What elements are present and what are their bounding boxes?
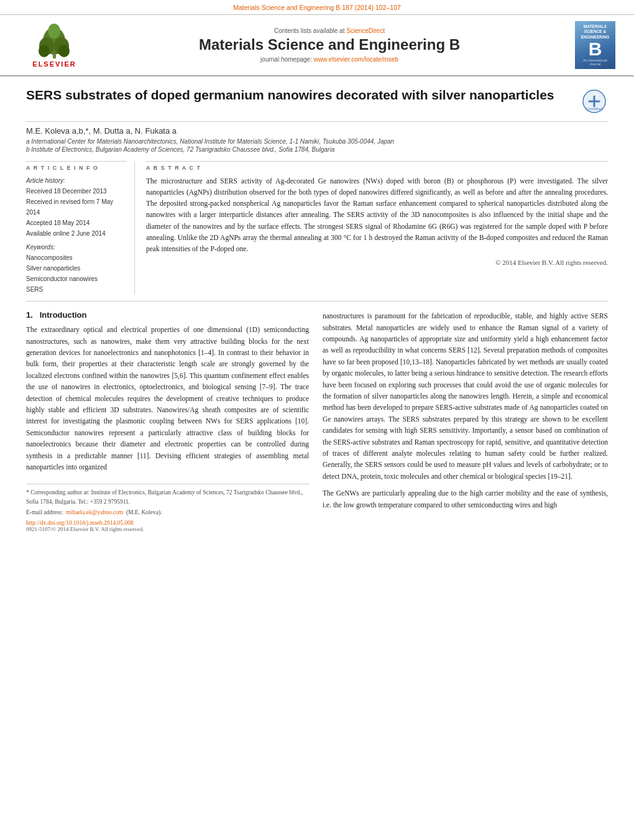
- keyword-3: Semiconductor nanowires: [26, 274, 127, 284]
- journal-logo-b: B: [589, 40, 602, 58]
- journal-logo-bottom: An International Journal: [577, 58, 613, 66]
- sciencedirect-link[interactable]: ScienceDirect: [346, 27, 385, 34]
- elsevier-logo: ELSEVIER: [19, 22, 90, 68]
- affiliation-a: a International Center for Materials Nan…: [26, 137, 608, 145]
- elsevier-tree-icon: [28, 22, 81, 60]
- available-date: Available online 2 June 2014: [26, 228, 127, 239]
- issn-line: 0921-5107/© 2014 Elsevier B.V. All right…: [26, 526, 309, 532]
- affiliation-b: b Institute of Electronics, Bulgarian Ac…: [26, 145, 608, 154]
- journal-header: Materials Science and Engineering B 187 …: [0, 0, 634, 15]
- email-suffix: (M.E. Koleva).: [126, 509, 162, 515]
- journal-logo-title: MATERIALS SCIENCE & ENGINEERING: [581, 24, 610, 40]
- keyword-1: Nanocomposites: [26, 252, 127, 263]
- main-body: 1. Introduction The extraordinary optica…: [26, 302, 608, 538]
- article-info-abstract: A R T I C L E I N F O Article history: R…: [26, 154, 608, 302]
- paper-title-section: SERS substrates of doped germanium nanow…: [26, 76, 608, 122]
- svg-point-4: [39, 45, 50, 57]
- history-label: Article history:: [26, 175, 127, 186]
- homepage-link[interactable]: www.elsevier.com/locate/mseb: [314, 56, 398, 63]
- svg-text:CrossMark: CrossMark: [585, 107, 604, 111]
- elsevier-wordmark: ELSEVIER: [32, 60, 76, 68]
- intro-para-right-1: nanostructures is paramount for the fabr…: [323, 310, 608, 482]
- col-left: 1. Introduction The extraordinary optica…: [26, 310, 309, 532]
- crossmark-container: CrossMark: [582, 86, 608, 116]
- section-title: Introduction: [40, 310, 87, 320]
- email-address[interactable]: mihaela.ek@yahoo.com: [66, 509, 123, 515]
- corresponding-footnote: * Corresponding author at: Institute of …: [26, 488, 309, 506]
- footnote-section: * Corresponding author at: Institute of …: [26, 484, 309, 532]
- keywords-list: Nanocomposites Silver nanoparticles Semi…: [26, 252, 127, 295]
- homepage-line: journal homepage: www.elsevier.com/locat…: [90, 56, 569, 63]
- section-number: 1.: [26, 310, 33, 320]
- masthead: ELSEVIER Contents lists available at Sci…: [0, 15, 634, 76]
- contents-text: Contents lists available at: [274, 27, 344, 34]
- homepage-text: journal homepage:: [260, 56, 312, 63]
- paper-title: SERS substrates of doped germanium nanow…: [26, 86, 582, 103]
- article-info-panel: A R T I C L E I N F O Article history: R…: [26, 161, 135, 295]
- authors-line: M.E. Koleva a,b,*, M. Dutta a, N. Fukata…: [26, 122, 608, 137]
- keyword-4: SERS: [26, 284, 127, 295]
- section1-heading: 1. Introduction: [26, 310, 309, 320]
- journal-header-link: Materials Science and Engineering B 187 …: [233, 4, 401, 11]
- svg-point-6: [48, 24, 60, 39]
- journal-title-block: Contents lists available at ScienceDirec…: [90, 27, 569, 63]
- abstract-header: A B S T R A C T: [146, 161, 608, 171]
- email-label: E-mail address:: [26, 509, 63, 515]
- received-date: Received 18 December 2013: [26, 186, 127, 196]
- svg-point-5: [58, 45, 70, 57]
- abstract-panel: A B S T R A C T The microstructure and S…: [146, 161, 608, 295]
- intro-para-right-2: The GeNWs are particularly appealing due…: [323, 487, 608, 510]
- article-history: Article history: Received 18 December 20…: [26, 175, 127, 239]
- journal-logo-box: MATERIALS SCIENCE & ENGINEERING B An Int…: [575, 21, 615, 69]
- keywords-header: Keywords:: [26, 244, 127, 251]
- intro-para-left: The extraordinary optical and electrical…: [26, 324, 309, 473]
- abstract-text: The microstructure and SERS activity of …: [146, 175, 608, 254]
- doi-line[interactable]: http://dx.doi.org/10.1016/j.mseb.2014.05…: [26, 520, 309, 526]
- email-footnote: E-mail address: mihaela.ek@yahoo.com (M.…: [26, 508, 309, 517]
- contents-available-line: Contents lists available at ScienceDirec…: [90, 27, 569, 34]
- affiliations: a International Center for Materials Nan…: [26, 137, 608, 154]
- keyword-2: Silver nanoparticles: [26, 263, 127, 274]
- accepted-date: Accepted 18 May 2014: [26, 218, 127, 228]
- crossmark-icon: CrossMark: [582, 89, 607, 114]
- journal-main-title: Materials Science and Engineering B: [90, 36, 569, 53]
- paper-content: SERS substrates of doped germanium nanow…: [0, 76, 634, 538]
- col-right: nanostructures is paramount for the fabr…: [323, 310, 608, 532]
- journal-logo-right: MATERIALS SCIENCE & ENGINEERING B An Int…: [569, 21, 615, 69]
- revised-date: Received in revised form 7 May 2014: [26, 196, 127, 218]
- article-info-header: A R T I C L E I N F O: [26, 161, 127, 171]
- copyright-line: © 2014 Elsevier B.V. All rights reserved…: [146, 259, 608, 266]
